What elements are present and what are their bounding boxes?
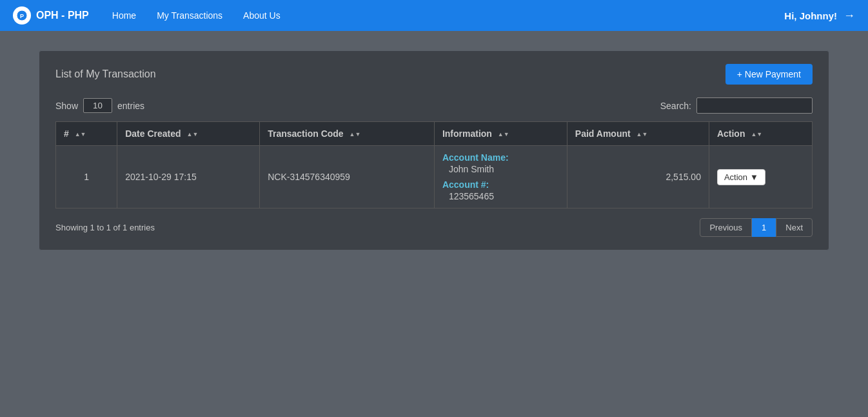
brand-logo-icon: P (13, 6, 31, 25)
sort-amount-icon[interactable]: ▲▼ (636, 132, 648, 137)
sort-info-icon[interactable]: ▲▼ (498, 132, 509, 137)
svg-text:P: P (20, 13, 24, 19)
nav-home[interactable]: Home (108, 8, 140, 23)
show-label: Show (55, 101, 78, 111)
action-caret-icon: ▼ (750, 172, 758, 182)
pagination-buttons: Previous 1 Next (700, 218, 813, 237)
new-payment-button[interactable]: + New Payment (725, 64, 813, 85)
account-num-value: 123565465 (449, 191, 559, 201)
search-label: Search: (660, 101, 691, 111)
user-greeting: Hi, Johnny! (784, 10, 837, 21)
row-paid-amount: 2,515.00 (567, 146, 709, 208)
nav-about-us[interactable]: About Us (239, 8, 284, 23)
table-body: 1 2021-10-29 17:15 NCK-314576340959 Acco… (56, 146, 813, 208)
col-date-created: Date Created ▲▼ (117, 122, 260, 146)
table-header: # ▲▼ Date Created ▲▼ Transaction Code ▲▼… (56, 122, 813, 146)
transaction-card: List of My Transaction + New Payment Sho… (39, 50, 829, 250)
next-button[interactable]: Next (776, 218, 813, 237)
sort-action-icon[interactable]: ▲▼ (751, 132, 762, 137)
action-button[interactable]: Action ▼ (717, 169, 765, 185)
card-header: List of My Transaction + New Payment (55, 64, 813, 85)
account-name-value: John Smith (449, 164, 559, 174)
col-action: Action ▲▼ (709, 122, 812, 146)
pagination-area: Showing 1 to 1 of 1 entries Previous 1 N… (55, 218, 813, 237)
entries-count-input[interactable] (83, 98, 112, 113)
page-1-button[interactable]: 1 (752, 218, 776, 237)
account-num-label: Account #: (442, 179, 559, 190)
navbar: P OPH - PHP Home My Transactions About U… (0, 0, 868, 31)
action-label: Action (724, 172, 747, 182)
search-input[interactable] (696, 97, 813, 114)
row-information: Account Name: John Smith Account #: 1235… (434, 146, 567, 208)
navbar-nav: Home My Transactions About Us (108, 8, 785, 23)
row-transaction-code: NCK-314576340959 (260, 146, 435, 208)
logo-svg: P (16, 10, 28, 21)
pagination-info: Showing 1 to 1 of 1 entries (55, 223, 155, 232)
show-entries: Show entries (55, 98, 144, 113)
table-row: 1 2021-10-29 17:15 NCK-314576340959 Acco… (56, 146, 813, 208)
sort-code-icon[interactable]: ▲▼ (350, 132, 361, 137)
transactions-table: # ▲▼ Date Created ▲▼ Transaction Code ▲▼… (55, 121, 813, 208)
navbar-right: Hi, Johnny! → (784, 9, 855, 23)
row-action: Action ▼ (709, 146, 812, 208)
brand-name: OPH - PHP (36, 10, 89, 21)
search-box: Search: (660, 97, 813, 114)
col-paid-amount: Paid Amount ▲▼ (567, 122, 709, 146)
row-date-created: 2021-10-29 17:15 (117, 146, 260, 208)
entries-label: entries (117, 101, 144, 111)
row-num: 1 (56, 146, 117, 208)
sort-num-icon[interactable]: ▲▼ (75, 132, 86, 137)
main-content: List of My Transaction + New Payment Sho… (0, 31, 868, 270)
table-controls: Show entries Search: (55, 97, 813, 114)
col-num: # ▲▼ (56, 122, 117, 146)
previous-button[interactable]: Previous (700, 218, 752, 237)
account-name-label: Account Name: (442, 152, 559, 163)
logout-icon[interactable]: → (843, 9, 855, 23)
col-transaction-code: Transaction Code ▲▼ (260, 122, 435, 146)
sort-date-icon[interactable]: ▲▼ (186, 132, 198, 137)
brand-link[interactable]: P OPH - PHP (13, 6, 89, 25)
nav-my-transactions[interactable]: My Transactions (153, 8, 226, 23)
card-title: List of My Transaction (55, 68, 156, 80)
col-information: Information ▲▼ (434, 122, 567, 146)
